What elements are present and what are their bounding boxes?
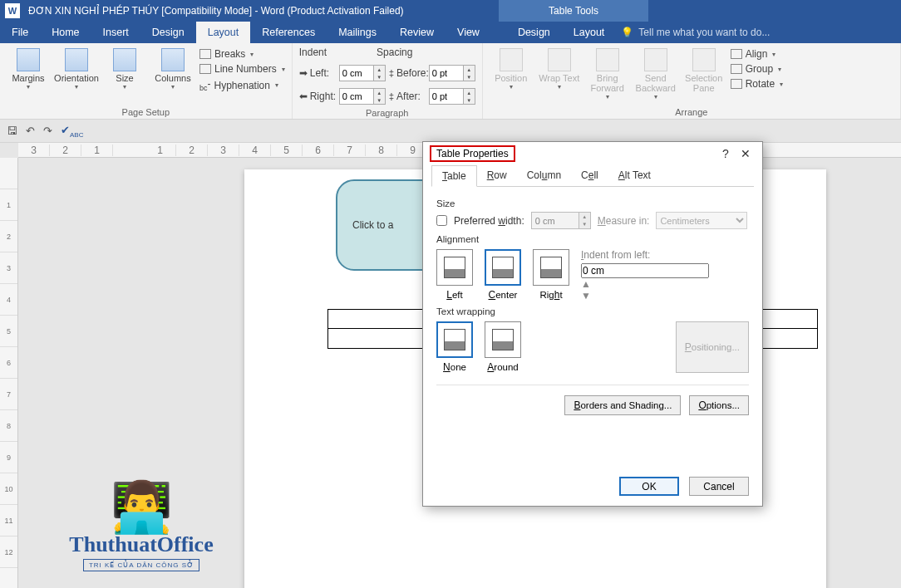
send-backward-button[interactable]: Send Backward▾ bbox=[634, 47, 677, 100]
table-properties-dialog: Table Properties ? ✕ Table Row Column Ce… bbox=[422, 141, 763, 507]
dialog-tabs: Table Row Column Cell Alt Text bbox=[431, 165, 754, 187]
ok-button[interactable]: OK bbox=[619, 477, 679, 496]
spacing-after-input[interactable]: ▲▼ bbox=[429, 88, 475, 105]
margins-icon bbox=[17, 48, 40, 71]
indent-left-input[interactable]: ▲▼ bbox=[339, 65, 386, 81]
tab-table-design[interactable]: Design bbox=[506, 22, 562, 43]
size-section-label: Size bbox=[436, 198, 749, 208]
align-icon bbox=[731, 49, 742, 59]
align-left-option[interactable]: Left bbox=[436, 249, 473, 301]
measure-in-select[interactable]: Centimeters bbox=[656, 212, 747, 229]
tab-references[interactable]: References bbox=[250, 22, 327, 43]
indent-right-label: ⬅ Right: bbox=[299, 91, 336, 102]
indent-from-left-label: Indent from left: bbox=[581, 249, 709, 261]
borders-shading-button[interactable]: Borders and Shading... bbox=[564, 395, 681, 415]
tab-home[interactable]: Home bbox=[40, 22, 91, 43]
tab-insert[interactable]: Insert bbox=[91, 22, 140, 43]
tab-view[interactable]: View bbox=[446, 22, 491, 43]
positioning-button: Positioning... bbox=[676, 321, 749, 373]
watermark-tagline: TRI KẾ CỦA DÂN CÔNG SỞ bbox=[83, 559, 199, 571]
vertical-ruler[interactable]: 123456789101112 bbox=[0, 158, 18, 588]
word-app-icon: W bbox=[5, 3, 20, 18]
margins-button[interactable]: Margins▾ bbox=[7, 47, 50, 91]
dlg-tab-table[interactable]: Table bbox=[431, 165, 477, 187]
options-button[interactable]: Options... bbox=[689, 395, 749, 415]
selection-pane-button[interactable]: Selection Pane bbox=[682, 47, 726, 93]
position-icon bbox=[500, 48, 523, 71]
undo-icon[interactable]: ↶ bbox=[26, 125, 35, 137]
indent-from-left-input[interactable]: ▲▼ bbox=[581, 263, 709, 301]
orientation-icon bbox=[65, 48, 88, 71]
wrap-section-label: Text wrapping bbox=[436, 306, 749, 316]
ribbon: Margins▾ Orientation▾ Size▾ Columns▾ Bre… bbox=[0, 43, 901, 120]
tab-review[interactable]: Review bbox=[388, 22, 446, 43]
dlg-tab-cell[interactable]: Cell bbox=[571, 165, 608, 186]
size-icon bbox=[113, 48, 136, 71]
ribbon-tabs: File Home Insert Design Layout Reference… bbox=[0, 22, 901, 43]
tell-me[interactable]: 💡Tell me what you want to do... bbox=[621, 22, 770, 43]
indent-label: Indent bbox=[299, 47, 327, 58]
indent-right-input[interactable]: ▲▼ bbox=[339, 88, 386, 105]
redo-icon[interactable]: ↷ bbox=[43, 125, 52, 137]
preferred-width-input[interactable]: ▲▼ bbox=[531, 212, 591, 229]
spacing-before-label: ‡ Before: bbox=[389, 67, 426, 79]
group-label-arrange: Arrange bbox=[490, 105, 894, 117]
bring-forward-icon bbox=[596, 48, 619, 71]
line-numbers-button[interactable]: Line Numbers▾ bbox=[199, 63, 285, 75]
align-center-option[interactable]: Center bbox=[485, 249, 521, 301]
tab-design[interactable]: Design bbox=[140, 22, 196, 43]
columns-icon bbox=[161, 48, 185, 71]
wrap-text-button[interactable]: Wrap Text▾ bbox=[538, 47, 581, 91]
dialog-close-button[interactable]: ✕ bbox=[736, 147, 756, 160]
group-page-setup: Margins▾ Orientation▾ Size▾ Columns▾ Bre… bbox=[0, 43, 293, 119]
wrap-around-option[interactable]: Around bbox=[485, 321, 521, 373]
orientation-button[interactable]: Orientation▾ bbox=[55, 47, 98, 91]
dlg-tab-alttext[interactable]: Alt Text bbox=[608, 165, 661, 186]
quick-access-toolbar: 🖫 ↶ ↷ ✔ABC bbox=[0, 120, 901, 143]
breaks-icon bbox=[199, 49, 211, 59]
watermark-brand: ThuthuatOffice bbox=[50, 532, 233, 557]
spacing-label: Spacing bbox=[377, 47, 412, 58]
columns-button[interactable]: Columns▾ bbox=[151, 47, 194, 91]
tab-mailings[interactable]: Mailings bbox=[327, 22, 388, 43]
tab-layout[interactable]: Layout bbox=[196, 22, 251, 43]
spacing-after-label: ‡ After: bbox=[389, 91, 426, 102]
line-numbers-icon bbox=[199, 64, 211, 74]
size-button[interactable]: Size▾ bbox=[103, 47, 146, 91]
dialog-help-button[interactable]: ? bbox=[716, 147, 736, 160]
hyphenation-button[interactable]: bc-Hyphenation▾ bbox=[199, 78, 285, 92]
group-objects-button[interactable]: Group▾ bbox=[731, 63, 783, 75]
preferred-width-label: Preferred width: bbox=[454, 215, 524, 227]
dlg-tab-row[interactable]: Row bbox=[477, 165, 517, 186]
wrap-none-option[interactable]: None bbox=[436, 321, 473, 373]
tab-table-layout[interactable]: Layout bbox=[562, 22, 617, 43]
spellcheck-icon[interactable]: ✔ABC bbox=[61, 124, 83, 139]
spacing-before-input[interactable]: ▲▼ bbox=[429, 65, 475, 81]
alignment-section-label: Alignment bbox=[436, 234, 749, 244]
window-title: ĐƠN XIN NGHỈ PHÉP THÚY [Compatibility Mo… bbox=[28, 5, 901, 17]
dialog-titlebar[interactable]: Table Properties ? ✕ bbox=[423, 142, 762, 165]
rotate-button[interactable]: Rotate▾ bbox=[731, 78, 783, 90]
dialog-title: Table Properties bbox=[430, 145, 515, 162]
group-paragraph: IndentSpacing ➡ Left: ▲▼ ‡ Before: ▲▼ ⬅ … bbox=[293, 43, 483, 119]
position-button[interactable]: Position▾ bbox=[490, 47, 533, 91]
align-right-option[interactable]: Right bbox=[533, 249, 569, 301]
cancel-button[interactable]: Cancel bbox=[689, 477, 749, 496]
bring-forward-button[interactable]: Bring Forward▾ bbox=[586, 47, 629, 100]
selection-pane-icon bbox=[692, 48, 716, 71]
dlg-tab-column[interactable]: Column bbox=[517, 165, 571, 186]
group-label-paragraph: Paragraph bbox=[299, 106, 475, 118]
tell-me-text: Tell me what you want to do... bbox=[638, 27, 770, 38]
measure-in-label: Measure in: bbox=[598, 215, 650, 227]
save-icon[interactable]: 🖫 bbox=[7, 125, 17, 137]
breaks-button[interactable]: Breaks▾ bbox=[199, 48, 285, 60]
bulb-icon: 💡 bbox=[621, 27, 633, 38]
wrap-text-icon bbox=[548, 48, 571, 71]
tab-file[interactable]: File bbox=[0, 22, 40, 43]
align-button[interactable]: Align▾ bbox=[731, 48, 783, 60]
preferred-width-checkbox[interactable] bbox=[436, 215, 447, 226]
shape-text-left: Click to a bbox=[352, 219, 393, 231]
rotate-icon bbox=[731, 79, 742, 89]
group-icon bbox=[731, 64, 742, 74]
contextual-tab-label: Table Tools bbox=[499, 0, 648, 22]
